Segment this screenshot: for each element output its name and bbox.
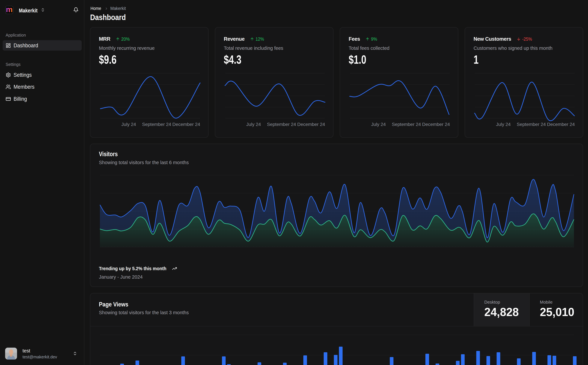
svg-text:m: m (6, 6, 13, 14)
